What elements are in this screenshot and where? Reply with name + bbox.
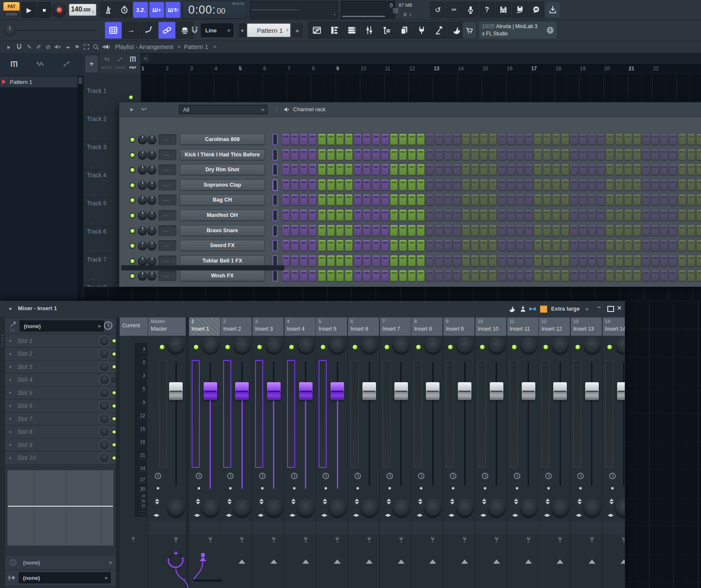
step-cell[interactable] (516, 270, 524, 281)
plug-icon[interactable] (461, 535, 468, 544)
stereo-speakers-icon[interactable]: ◀▶ (321, 513, 327, 517)
step-cell[interactable] (336, 164, 344, 175)
step-cell[interactable] (678, 210, 686, 221)
step-cell[interactable] (534, 240, 542, 251)
step-cell[interactable] (687, 149, 695, 160)
step-cell[interactable] (291, 149, 299, 160)
step-cell[interactable] (561, 149, 569, 160)
step-cell[interactable] (570, 134, 578, 145)
step-cell[interactable] (390, 149, 398, 160)
step-cell[interactable] (444, 225, 452, 236)
step-cell[interactable] (480, 270, 488, 281)
step-cell[interactable] (570, 225, 578, 236)
step-cell[interactable] (471, 134, 479, 145)
route-up-icon[interactable] (302, 559, 309, 564)
record-arm-dot[interactable] (198, 487, 200, 490)
mixer-scrollbar[interactable]: < (183, 578, 234, 583)
mixer-strip-insert-12[interactable]: 12Insert 12◀▶ (539, 317, 570, 588)
clock-icon[interactable] (513, 472, 521, 480)
step-cell[interactable] (534, 149, 542, 160)
step-cell[interactable] (660, 225, 668, 236)
channel-button[interactable]: Sopranos Clap (180, 179, 265, 190)
stereo-sep-knob[interactable] (424, 499, 442, 517)
stereo-sep-knob[interactable] (488, 499, 506, 517)
step-cell[interactable] (417, 255, 425, 266)
audio-tab[interactable] (35, 60, 45, 68)
strip-header[interactable]: 2Insert 2 (221, 317, 252, 336)
step-cell[interactable] (435, 210, 443, 221)
clock-icon[interactable] (290, 472, 298, 480)
strip-header[interactable]: 14Insert 14 (603, 317, 625, 336)
step-cell[interactable] (507, 194, 515, 205)
step-cell[interactable] (606, 164, 614, 175)
plug-icon[interactable] (172, 535, 180, 544)
step-cell[interactable] (291, 179, 299, 190)
step-cell[interactable] (471, 149, 479, 160)
step-cell[interactable] (516, 194, 524, 205)
mixer-target-box[interactable]: ---›‹ (158, 195, 176, 205)
strip-enable-led[interactable] (321, 345, 325, 349)
step-cell[interactable] (633, 210, 641, 221)
volume-fader[interactable] (394, 382, 408, 400)
step-cell[interactable] (372, 255, 380, 266)
stereo-sep-arrows[interactable] (546, 499, 550, 504)
step-cell[interactable] (453, 134, 461, 145)
step-cell[interactable] (606, 210, 614, 221)
step-cell[interactable] (561, 194, 569, 205)
step-cell[interactable] (291, 240, 299, 251)
step-cell[interactable] (327, 134, 335, 145)
channel-button[interactable]: Tublar Bell 1 FX (180, 255, 265, 266)
rack-undo-icon[interactable]: ↩ (141, 105, 147, 113)
stereo-sep-knob[interactable] (360, 499, 378, 517)
piano-roll-button[interactable] (326, 22, 342, 39)
step-cell[interactable] (453, 255, 461, 266)
help-button[interactable]: ? (480, 2, 495, 18)
step-cell[interactable] (462, 255, 470, 266)
step-cell[interactable] (300, 225, 307, 236)
step-cell[interactable] (462, 270, 470, 281)
step-cell[interactable] (291, 255, 299, 266)
step-cell[interactable] (543, 134, 551, 145)
step-cell[interactable] (318, 255, 326, 266)
clock-icon[interactable] (354, 472, 362, 480)
stereo-sep-knob[interactable] (297, 499, 315, 517)
record-arm-dot[interactable] (325, 487, 327, 490)
step-cell[interactable] (489, 240, 497, 251)
step-cell[interactable] (426, 270, 434, 281)
step-cell[interactable] (498, 255, 506, 266)
step-cell[interactable] (444, 134, 452, 145)
step-cell[interactable] (633, 194, 641, 205)
step-cell[interactable] (399, 149, 407, 160)
stereo-speakers-icon[interactable]: ◀▶ (448, 513, 454, 517)
record-arm-dot[interactable] (547, 487, 550, 490)
step-cell[interactable] (525, 255, 533, 266)
step-cell[interactable] (660, 255, 668, 266)
step-cell[interactable] (489, 164, 497, 175)
step-cell[interactable] (372, 149, 380, 160)
channel-pan-knob[interactable] (138, 241, 147, 250)
volume-fader[interactable] (553, 382, 567, 400)
strip-header[interactable]: Current (120, 317, 148, 336)
step-cell[interactable] (669, 149, 677, 160)
step-cell[interactable] (399, 255, 407, 266)
mixer-target-box[interactable]: ---›‹ (158, 150, 176, 160)
step-cell[interactable] (543, 164, 551, 175)
step-cell[interactable] (516, 225, 524, 236)
mute-icon[interactable] (54, 43, 61, 51)
stereo-speakers-icon[interactable]: ◀▶ (417, 513, 422, 517)
step-cell[interactable] (498, 270, 506, 281)
step-cell[interactable] (561, 240, 569, 251)
stereo-sep-knob[interactable] (167, 499, 185, 517)
mixer-strip-insert-4[interactable]: 4Insert 4◀▶ (284, 317, 316, 588)
strip-pan-knob[interactable] (456, 337, 473, 354)
clock-icon[interactable] (417, 472, 425, 480)
pencil-icon[interactable]: ✎ (26, 43, 33, 51)
channel-pan-knob[interactable] (138, 211, 147, 220)
step-cell[interactable] (660, 149, 668, 160)
rack-scrollbar[interactable] (121, 265, 284, 271)
step-cell[interactable] (354, 225, 362, 236)
step-cell[interactable] (363, 179, 371, 190)
record-arm-dot[interactable] (157, 487, 159, 490)
mixer-strip-current[interactable]: Current3036912151821242730333639 (120, 317, 148, 588)
step-cell[interactable] (381, 164, 389, 175)
